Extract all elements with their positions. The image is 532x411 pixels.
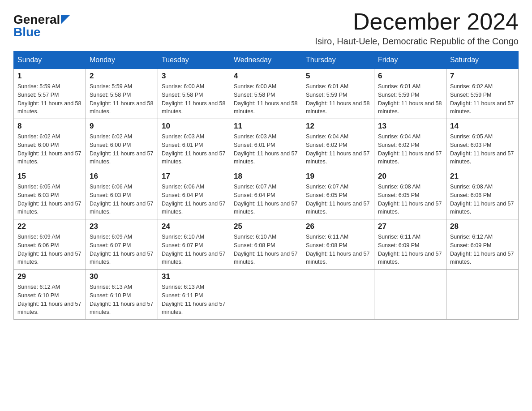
calendar-cell: 25Sunrise: 6:10 AMSunset: 6:08 PMDayligh… [230, 219, 302, 270]
day-info: Sunrise: 6:08 AMSunset: 6:06 PMDaylight:… [450, 183, 515, 216]
col-header-sunday: Sunday [14, 51, 86, 69]
calendar-week-row: 29Sunrise: 6:12 AMSunset: 6:10 PMDayligh… [14, 270, 519, 320]
day-number: 31 [162, 272, 226, 281]
calendar-cell: 30Sunrise: 6:13 AMSunset: 6:10 PMDayligh… [86, 270, 158, 320]
calendar-cell: 13Sunrise: 6:04 AMSunset: 6:02 PMDayligh… [374, 119, 446, 169]
calendar-cell: 14Sunrise: 6:05 AMSunset: 6:03 PMDayligh… [446, 119, 519, 169]
day-number: 26 [306, 222, 370, 231]
calendar-cell [302, 270, 374, 320]
day-info: Sunrise: 6:06 AMSunset: 6:03 PMDaylight:… [90, 183, 154, 216]
calendar-cell: 18Sunrise: 6:07 AMSunset: 6:04 PMDayligh… [230, 169, 302, 219]
day-number: 17 [162, 172, 226, 181]
calendar-cell: 24Sunrise: 6:10 AMSunset: 6:07 PMDayligh… [158, 219, 230, 270]
day-number: 24 [162, 222, 226, 231]
day-info: Sunrise: 5:59 AMSunset: 5:58 PMDaylight:… [90, 82, 154, 116]
day-number: 7 [450, 72, 515, 81]
calendar-cell: 31Sunrise: 6:13 AMSunset: 6:11 PMDayligh… [158, 270, 230, 320]
day-number: 28 [450, 222, 515, 231]
day-number: 15 [17, 172, 82, 181]
day-number: 27 [378, 222, 442, 231]
logo-blue: Blue [13, 26, 41, 39]
calendar-cell: 7Sunrise: 6:02 AMSunset: 5:59 PMDaylight… [446, 69, 519, 119]
calendar-cell: 16Sunrise: 6:06 AMSunset: 6:03 PMDayligh… [86, 169, 158, 219]
calendar-cell: 8Sunrise: 6:02 AMSunset: 6:00 PMDaylight… [14, 119, 86, 169]
day-info: Sunrise: 6:06 AMSunset: 6:04 PMDaylight:… [162, 183, 226, 216]
logo-arrow-icon [61, 15, 70, 24]
day-info: Sunrise: 6:07 AMSunset: 6:05 PMDaylight:… [306, 183, 370, 216]
day-number: 9 [90, 122, 154, 131]
day-number: 22 [17, 222, 82, 231]
day-info: Sunrise: 5:59 AMSunset: 5:57 PMDaylight:… [17, 82, 82, 116]
day-number: 1 [17, 72, 82, 81]
day-number: 25 [234, 222, 298, 231]
day-number: 29 [17, 272, 82, 281]
day-number: 6 [378, 72, 442, 81]
calendar-cell: 12Sunrise: 6:04 AMSunset: 6:02 PMDayligh… [302, 119, 374, 169]
day-info: Sunrise: 6:03 AMSunset: 6:01 PMDaylight:… [234, 133, 298, 166]
calendar-week-row: 1Sunrise: 5:59 AMSunset: 5:57 PMDaylight… [14, 69, 519, 119]
month-title: December 2024 [315, 9, 519, 34]
calendar-cell: 26Sunrise: 6:11 AMSunset: 6:08 PMDayligh… [302, 219, 374, 270]
day-info: Sunrise: 6:07 AMSunset: 6:04 PMDaylight:… [234, 183, 298, 216]
day-number: 14 [450, 122, 515, 131]
col-header-friday: Friday [374, 51, 446, 69]
calendar-week-row: 22Sunrise: 6:09 AMSunset: 6:06 PMDayligh… [14, 219, 519, 270]
day-info: Sunrise: 6:12 AMSunset: 6:09 PMDaylight:… [450, 233, 515, 266]
day-number: 19 [306, 172, 370, 181]
day-number: 8 [17, 122, 82, 131]
day-info: Sunrise: 6:05 AMSunset: 6:03 PMDaylight:… [17, 183, 82, 216]
day-info: Sunrise: 6:08 AMSunset: 6:05 PMDaylight:… [378, 183, 442, 216]
calendar-cell: 20Sunrise: 6:08 AMSunset: 6:05 PMDayligh… [374, 169, 446, 219]
calendar-cell: 9Sunrise: 6:02 AMSunset: 6:00 PMDaylight… [86, 119, 158, 169]
day-number: 10 [162, 122, 226, 131]
calendar-cell [230, 270, 302, 320]
day-info: Sunrise: 6:13 AMSunset: 6:11 PMDaylight:… [162, 283, 226, 317]
day-info: Sunrise: 6:04 AMSunset: 6:02 PMDaylight:… [378, 133, 442, 166]
calendar-cell: 3Sunrise: 6:00 AMSunset: 5:58 PMDaylight… [158, 69, 230, 119]
day-number: 3 [162, 72, 226, 81]
col-header-saturday: Saturday [446, 51, 519, 69]
logo: General Blue [13, 13, 70, 39]
calendar-cell: 27Sunrise: 6:11 AMSunset: 6:09 PMDayligh… [374, 219, 446, 270]
title-area: December 2024 Isiro, Haut-Uele, Democrat… [315, 9, 519, 47]
day-info: Sunrise: 6:02 AMSunset: 6:00 PMDaylight:… [17, 133, 82, 166]
day-info: Sunrise: 6:09 AMSunset: 6:06 PMDaylight:… [17, 233, 82, 266]
day-number: 16 [90, 172, 154, 181]
day-info: Sunrise: 6:09 AMSunset: 6:07 PMDaylight:… [90, 233, 154, 266]
calendar-cell: 10Sunrise: 6:03 AMSunset: 6:01 PMDayligh… [158, 119, 230, 169]
calendar-cell: 17Sunrise: 6:06 AMSunset: 6:04 PMDayligh… [158, 169, 230, 219]
page-header: General Blue December 2024 Isiro, Haut-U… [13, 9, 519, 47]
calendar-week-row: 8Sunrise: 6:02 AMSunset: 6:00 PMDaylight… [14, 119, 519, 169]
calendar-cell: 22Sunrise: 6:09 AMSunset: 6:06 PMDayligh… [14, 219, 86, 270]
calendar-cell: 4Sunrise: 6:00 AMSunset: 5:58 PMDaylight… [230, 69, 302, 119]
day-info: Sunrise: 6:12 AMSunset: 6:10 PMDaylight:… [17, 283, 82, 317]
calendar-cell: 6Sunrise: 6:01 AMSunset: 5:59 PMDaylight… [374, 69, 446, 119]
calendar-cell [446, 270, 519, 320]
calendar-week-row: 15Sunrise: 6:05 AMSunset: 6:03 PMDayligh… [14, 169, 519, 219]
day-info: Sunrise: 6:11 AMSunset: 6:09 PMDaylight:… [378, 233, 442, 266]
day-info: Sunrise: 6:02 AMSunset: 6:00 PMDaylight:… [90, 133, 154, 166]
day-number: 12 [306, 122, 370, 131]
calendar-cell: 28Sunrise: 6:12 AMSunset: 6:09 PMDayligh… [446, 219, 519, 270]
calendar-cell: 21Sunrise: 6:08 AMSunset: 6:06 PMDayligh… [446, 169, 519, 219]
day-info: Sunrise: 6:01 AMSunset: 5:59 PMDaylight:… [306, 82, 370, 116]
day-info: Sunrise: 6:11 AMSunset: 6:08 PMDaylight:… [306, 233, 370, 266]
day-info: Sunrise: 6:13 AMSunset: 6:10 PMDaylight:… [90, 283, 154, 317]
day-number: 5 [306, 72, 370, 81]
calendar-cell: 5Sunrise: 6:01 AMSunset: 5:59 PMDaylight… [302, 69, 374, 119]
day-number: 2 [90, 72, 154, 81]
day-info: Sunrise: 6:03 AMSunset: 6:01 PMDaylight:… [162, 133, 226, 166]
day-number: 23 [90, 222, 154, 231]
day-info: Sunrise: 6:10 AMSunset: 6:07 PMDaylight:… [162, 233, 226, 266]
day-number: 11 [234, 122, 298, 131]
calendar-header-row: SundayMondayTuesdayWednesdayThursdayFrid… [14, 51, 519, 69]
calendar-cell: 2Sunrise: 5:59 AMSunset: 5:58 PMDaylight… [86, 69, 158, 119]
day-info: Sunrise: 6:01 AMSunset: 5:59 PMDaylight:… [378, 82, 442, 116]
calendar-cell: 15Sunrise: 6:05 AMSunset: 6:03 PMDayligh… [14, 169, 86, 219]
col-header-wednesday: Wednesday [230, 51, 302, 69]
day-info: Sunrise: 6:00 AMSunset: 5:58 PMDaylight:… [234, 82, 298, 116]
calendar-cell: 1Sunrise: 5:59 AMSunset: 5:57 PMDaylight… [14, 69, 86, 119]
day-number: 30 [90, 272, 154, 281]
calendar-table: SundayMondayTuesdayWednesdayThursdayFrid… [13, 51, 519, 320]
day-info: Sunrise: 6:10 AMSunset: 6:08 PMDaylight:… [234, 233, 298, 266]
